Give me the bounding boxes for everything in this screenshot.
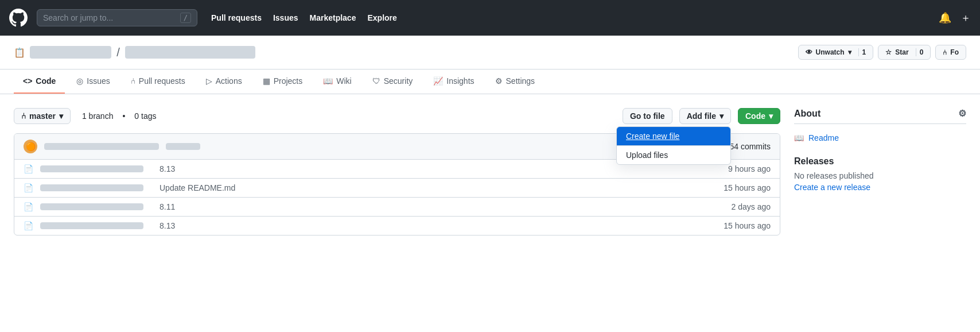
commit-hash-blurred xyxy=(166,143,200,150)
tag-count: 0 xyxy=(134,111,139,121)
github-logo[interactable] xyxy=(9,9,28,27)
watch-button[interactable]: 👁 Unwatch ▾ 1 xyxy=(798,45,874,60)
upload-files-item[interactable]: Upload files xyxy=(617,146,730,164)
file-icon: 📄 xyxy=(24,164,33,173)
star-button[interactable]: ☆ Star 0 xyxy=(878,45,931,60)
file-commit-0: 8.13 xyxy=(150,164,721,173)
add-file-label: Add file xyxy=(687,111,716,121)
fork-label: Fo xyxy=(950,48,959,56)
go-to-file-label: Go to file xyxy=(630,111,665,121)
branch-count: 1 xyxy=(82,111,87,121)
branch-divider: • xyxy=(122,111,125,121)
watch-label: Unwatch xyxy=(816,48,845,56)
file-commit-3: 8.13 xyxy=(150,221,717,230)
repo-tabs: <> Code ◎ Issues ⑃ Pull requests ▷ Actio… xyxy=(0,70,980,94)
avatar: 🟠 xyxy=(24,140,37,153)
security-tab-icon: 🛡 xyxy=(372,76,380,86)
branch-selector[interactable]: ⑃ master ▾ xyxy=(14,108,71,124)
repo-name[interactable]: ████████████████ xyxy=(125,46,255,59)
file-icon: 📄 xyxy=(24,221,33,230)
table-row: 📄 8.11 2 days ago xyxy=(14,198,780,217)
add-file-container: Add file ▾ Create new file Upload files xyxy=(679,108,731,124)
repo-owner[interactable]: ██████████ xyxy=(30,46,111,59)
repo-controls: ⑃ master ▾ 1 branch • 0 tags Go to file xyxy=(14,108,780,124)
file-name-blurred xyxy=(40,184,143,191)
file-time-1: 15 hours ago xyxy=(724,183,771,192)
tab-insights[interactable]: 📈 Insights xyxy=(424,70,483,94)
tab-projects[interactable]: ▦ Projects xyxy=(254,70,312,94)
settings-tab-label: Settings xyxy=(506,76,535,86)
search-kbd: / xyxy=(180,13,191,23)
file-name-blurred xyxy=(40,203,143,210)
pull-requests-tab-icon: ⑃ xyxy=(131,76,135,86)
new-button[interactable]: ＋ xyxy=(960,11,971,25)
eye-icon: 👁 xyxy=(806,48,812,56)
code-label: Code xyxy=(745,111,765,121)
no-releases-text: No releases published xyxy=(794,171,966,180)
repo-actions: 👁 Unwatch ▾ 1 ☆ Star 0 ⑃ Fo xyxy=(798,45,966,69)
file-name-blurred xyxy=(40,165,143,172)
tab-issues[interactable]: ◎ Issues xyxy=(67,70,119,94)
tab-settings[interactable]: ⚙ Settings xyxy=(486,70,545,94)
create-new-file-label: Create new file xyxy=(626,132,679,141)
code-chevron: ▾ xyxy=(769,111,773,121)
commits-count[interactable]: 54 commits xyxy=(729,142,771,151)
fork-button[interactable]: ⑃ Fo xyxy=(935,45,966,60)
nav-marketplace[interactable]: Marketplace xyxy=(310,13,356,22)
nav-explore[interactable]: Explore xyxy=(367,13,396,22)
file-time-3: 15 hours ago xyxy=(724,221,771,230)
about-title: About ⚙ xyxy=(794,108,966,124)
header-nav: Pull requests Issues Marketplace Explore xyxy=(211,13,397,22)
star-label: Star xyxy=(895,48,908,56)
go-to-file-button[interactable]: Go to file xyxy=(623,108,672,124)
create-new-file-item[interactable]: Create new file xyxy=(617,127,730,145)
add-file-dropdown: Create new file Upload files xyxy=(616,126,731,165)
header-actions: 🔔 ＋ xyxy=(939,11,971,25)
issues-tab-label: Issues xyxy=(87,76,110,86)
nav-issues[interactable]: Issues xyxy=(273,13,298,22)
readme-link[interactable]: Readme xyxy=(808,133,839,142)
code-tab-icon: <> xyxy=(23,76,32,86)
code-tab-label: Code xyxy=(36,76,56,86)
tab-actions[interactable]: ▷ Actions xyxy=(197,70,251,94)
projects-tab-label: Projects xyxy=(274,76,303,86)
repo-header: 📋 ██████████ / ████████████████ 👁 Unwatc… xyxy=(0,36,980,70)
security-tab-label: Security xyxy=(384,76,413,86)
nav-pull-requests[interactable]: Pull requests xyxy=(211,13,262,22)
file-icon: 📄 xyxy=(24,202,33,211)
search-placeholder: Search or jump to... xyxy=(43,13,176,22)
code-button[interactable]: Code ▾ xyxy=(738,108,780,124)
file-icon: 📄 xyxy=(24,183,33,192)
tab-pull-requests[interactable]: ⑃ Pull requests xyxy=(122,70,195,94)
add-file-button[interactable]: Add file ▾ xyxy=(679,108,731,124)
branch-label: master xyxy=(29,111,56,121)
commit-message-blurred xyxy=(44,143,159,150)
tab-code[interactable]: <> Code xyxy=(14,70,65,94)
about-section: About ⚙ 📖 Readme xyxy=(794,108,966,142)
file-commit-2: 8.11 xyxy=(150,202,725,211)
gear-icon[interactable]: ⚙ xyxy=(958,108,966,119)
wiki-tab-icon: 📖 xyxy=(323,76,333,86)
insights-tab-label: Insights xyxy=(446,76,474,86)
projects-tab-icon: ▦ xyxy=(263,76,270,86)
branch-chevron: ▾ xyxy=(59,111,63,121)
wiki-tab-label: Wiki xyxy=(336,76,351,86)
tab-security[interactable]: 🛡 Security xyxy=(363,70,422,94)
settings-tab-icon: ⚙ xyxy=(495,76,503,86)
branch-count-link[interactable]: 1 branch xyxy=(82,111,114,121)
search-box[interactable]: Search or jump to... / xyxy=(37,9,197,26)
readme-item: 📖 Readme xyxy=(794,133,966,142)
upload-files-label: Upload files xyxy=(626,150,668,160)
star-count: 0 xyxy=(916,48,924,56)
star-icon: ☆ xyxy=(885,48,892,56)
file-commit-1: Update README.md xyxy=(150,183,717,192)
create-release-link[interactable]: Create a new release xyxy=(794,183,870,192)
repo-content: ⑃ master ▾ 1 branch • 0 tags Go to file xyxy=(14,108,780,236)
breadcrumb-separator: / xyxy=(116,46,120,59)
file-time-2: 2 days ago xyxy=(732,202,771,211)
notifications-button[interactable]: 🔔 xyxy=(939,11,951,24)
tag-count-link[interactable]: 0 tags xyxy=(134,111,156,121)
sidebar: About ⚙ 📖 Readme Releases No releases pu… xyxy=(794,108,966,236)
tab-wiki[interactable]: 📖 Wiki xyxy=(314,70,360,94)
repo-title-area: 📋 ██████████ / ████████████████ xyxy=(14,46,255,68)
